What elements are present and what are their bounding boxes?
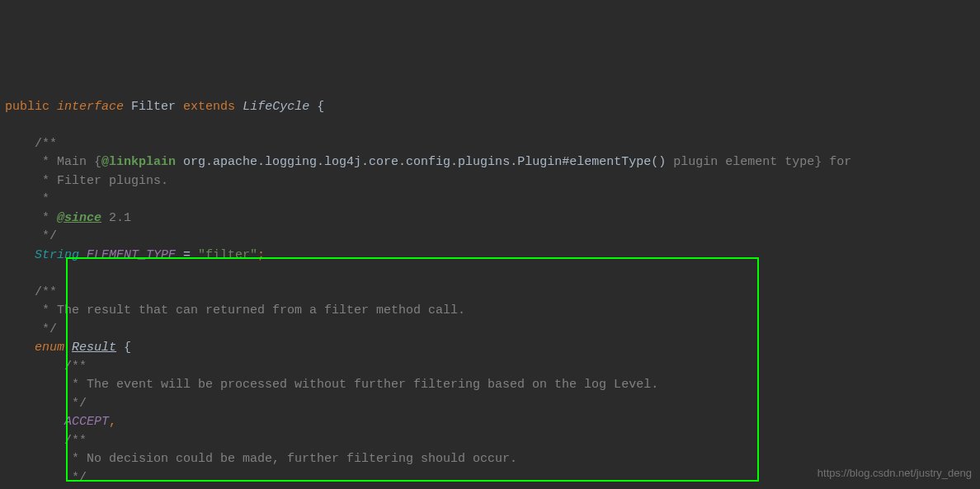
javadoc-line: * The result that can returned from a fi… xyxy=(35,303,465,317)
javadoc-open: /** xyxy=(35,137,57,151)
keyword-interface: interface xyxy=(57,100,124,114)
semicolon: ; xyxy=(257,248,265,262)
open-brace: { xyxy=(317,100,324,114)
javadoc-close: */ xyxy=(35,322,57,336)
assign-op: = xyxy=(176,248,198,262)
enum-value-accept: ACCEPT xyxy=(64,415,109,429)
javadoc-since-value: 2.1 xyxy=(101,211,131,225)
javadoc-close: */ xyxy=(64,397,87,411)
javadoc-tag-linkplain: @linkplain xyxy=(101,155,176,169)
javadoc-close: */ xyxy=(35,229,57,243)
interface-name: Filter xyxy=(131,100,176,114)
javadoc-open: /** xyxy=(64,434,87,448)
javadoc-line: * No decision could be made, further fil… xyxy=(64,452,517,466)
javadoc-tag-since: @since xyxy=(57,211,101,225)
javadoc-line: plugin element type} for xyxy=(666,155,851,169)
super-type: LifeCycle xyxy=(243,100,309,114)
javadoc-line: * Main { xyxy=(35,155,101,169)
watermark: https://blog.csdn.net/justry_deng xyxy=(817,464,972,483)
code-editor[interactable]: public interface Filter extends LifeCycl… xyxy=(0,74,980,489)
open-brace: { xyxy=(124,341,131,355)
comma: , xyxy=(109,415,116,429)
keyword-extends: extends xyxy=(183,100,235,114)
javadoc-close: */ xyxy=(64,471,87,485)
javadoc-open: /** xyxy=(64,360,87,374)
javadoc-link-target: org.apache.logging.log4j.core.config.plu… xyxy=(183,155,666,169)
keyword-public: public xyxy=(5,100,49,114)
javadoc-open: /** xyxy=(35,285,57,299)
string-literal: "filter" xyxy=(198,248,257,262)
javadoc-line: * xyxy=(35,211,57,225)
constant-name: ELEMENT_TYPE xyxy=(87,248,176,262)
keyword-enum: enum xyxy=(35,341,64,355)
javadoc-line: * Filter plugins. xyxy=(35,174,168,188)
javadoc-line: * xyxy=(35,192,49,206)
enum-type-name: Result xyxy=(72,341,116,355)
type-string: String xyxy=(35,248,79,262)
javadoc-line: * The event will be processed without fu… xyxy=(64,378,658,392)
